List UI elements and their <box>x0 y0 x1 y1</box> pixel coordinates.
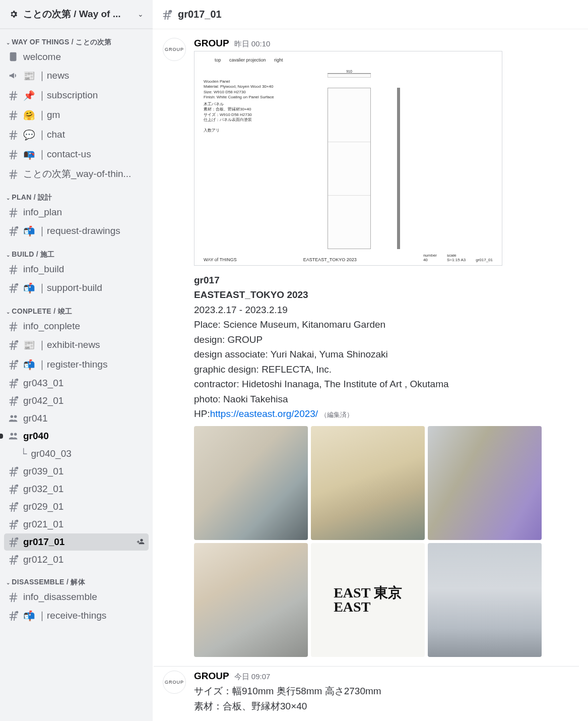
channel-item[interactable]: 📌｜subscription <box>4 86 149 105</box>
hash-lock-icon <box>8 466 21 477</box>
hash-lock-icon <box>8 554 21 565</box>
channel-item[interactable]: 💬｜chat <box>4 125 149 144</box>
channel-category[interactable]: ⌄BUILD / 施工 <box>4 241 149 260</box>
channel-item[interactable]: gr042_01 <box>4 392 149 409</box>
channel-category[interactable]: ⌄CONPLETE / 竣工 <box>4 298 149 317</box>
attachment-image[interactable] <box>311 426 425 540</box>
message-author[interactable]: GROUP <box>194 671 229 682</box>
hash-lock-icon <box>8 610 21 621</box>
channel-emoji: 📬 <box>23 225 35 237</box>
channel-label: register-things <box>47 359 145 370</box>
channel-item[interactable]: welcome <box>4 48 149 66</box>
attachment-image[interactable]: EAST 東京EAST <box>311 543 425 657</box>
channel-emoji: 📌 <box>23 90 35 101</box>
channel-item[interactable]: ことの次第_way-of-thin... <box>4 164 149 184</box>
channel-item[interactable]: gr041 <box>4 410 149 427</box>
add-member-icon[interactable] <box>137 537 145 547</box>
channel-item[interactable]: 📭｜contact-us <box>4 145 149 164</box>
channel-label: ことの次第_way-of-thin... <box>23 167 145 181</box>
channel-label: gr040 <box>23 431 145 442</box>
channel-label: news <box>47 70 145 81</box>
avatar[interactable]: GROUP <box>163 38 186 61</box>
hash-icon <box>8 591 21 603</box>
channel-item[interactable]: info_conplete <box>4 318 149 335</box>
svg-rect-3 <box>16 284 18 286</box>
drawing-spec-jp: 木工パネル 素材：合板、野縁材30×40 サイズ：W910 D58 H2730 … <box>204 102 252 133</box>
avatar[interactable]: GROUP <box>163 671 186 694</box>
channel-label: info_build <box>23 264 145 275</box>
scroll-icon <box>8 51 21 63</box>
channel-label: chat <box>47 129 145 140</box>
hash-lock-icon <box>8 339 21 350</box>
channel-label: support-build <box>47 282 145 293</box>
channel-label: contact-us <box>47 149 145 160</box>
unread-indicator <box>0 434 3 439</box>
channel-label: gr012_01 <box>23 554 145 565</box>
chevron-down-icon: ⌄ <box>138 10 144 18</box>
channel-label: subscription <box>47 90 145 101</box>
hash-lock-icon <box>8 282 21 293</box>
thread-item[interactable]: └gr040_03 <box>4 445 149 462</box>
svg-rect-25 <box>16 612 18 614</box>
channel-item[interactable]: gr039_01 <box>4 463 149 480</box>
svg-rect-5 <box>16 341 18 343</box>
hash-icon <box>8 90 21 101</box>
svg-rect-7 <box>16 361 18 363</box>
message-text: サイズ：幅910mm 奥行58mm 高さ2730mm 素材：合板、野縁材30×4… <box>194 684 579 713</box>
channel-category[interactable]: ⌄DISASSEMBLE / 解体 <box>4 569 149 588</box>
channel-item[interactable]: gr040 <box>4 428 149 445</box>
channel-label: exhibit-news <box>47 339 145 350</box>
channel-label: gm <box>47 109 145 121</box>
megaphone-icon <box>8 70 21 81</box>
channel-item[interactable]: 📬｜receive-things <box>4 606 149 625</box>
channel-item[interactable]: 📬｜request-drawings <box>4 221 149 241</box>
channel-item[interactable]: 📰｜news <box>4 66 149 85</box>
channel-label: info_conplete <box>23 321 145 332</box>
channel-item[interactable]: gr017_01 <box>4 533 149 551</box>
attachment-image[interactable] <box>428 543 542 657</box>
chevron-down-icon: ⌄ <box>6 252 10 258</box>
channel-item[interactable]: gr029_01 <box>4 498 149 515</box>
hash-lock-icon <box>8 378 21 389</box>
channel-title: gr017_01 <box>178 9 222 20</box>
message-timestamp: 今日 09:07 <box>234 672 271 682</box>
channel-item[interactable]: info_build <box>4 261 149 278</box>
channel-item[interactable]: 📰｜exhibit-news <box>4 335 149 354</box>
channel-category[interactable]: ⌄PLAN / 設計 <box>4 184 149 203</box>
attachment-image[interactable] <box>428 426 542 540</box>
channel-item[interactable]: gr021_01 <box>4 516 149 533</box>
main-panel: gr017_01 GROUP GROUP 昨日 00:10 top cavali… <box>153 0 588 721</box>
channel-item[interactable]: gr012_01 <box>4 551 149 568</box>
channel-category[interactable]: ⌄WAY OF THINGS / ことの次第 <box>4 29 149 48</box>
chevron-down-icon: ⌄ <box>6 580 10 585</box>
chevron-down-icon: ⌄ <box>6 40 10 45</box>
message-scroll[interactable]: GROUP GROUP 昨日 00:10 top cavalier projec… <box>153 29 588 721</box>
channel-item[interactable]: gr043_01 <box>4 375 149 392</box>
channel-emoji: 📬 <box>23 610 35 622</box>
channel-item[interactable]: 📬｜register-things <box>4 355 149 374</box>
message-timestamp: 昨日 00:10 <box>234 39 271 49</box>
channel-label: gr017_01 <box>23 536 137 548</box>
hash-icon <box>8 149 21 160</box>
channel-item[interactable]: info_plan <box>4 204 149 221</box>
channel-list: ⌄WAY OF THINGS / ことの次第welcome📰｜news📌｜sub… <box>0 29 153 636</box>
attachment-image[interactable] <box>194 543 308 657</box>
hash-icon <box>8 129 21 140</box>
hash-lock-icon <box>8 536 21 548</box>
channel-item[interactable]: info_disassemble <box>4 588 149 606</box>
channel-item[interactable]: 📬｜support-build <box>4 278 149 297</box>
drawing-spec-en: Wooden Panel Material: Plywood, Noyen Wo… <box>204 79 274 100</box>
message-author[interactable]: GROUP <box>194 38 229 49</box>
channel-label: info_disassemble <box>23 591 145 603</box>
channel-item[interactable]: 🤗｜gm <box>4 105 149 125</box>
message-text: gr017 EASTEAST_TOKYO 2023 2023.2.17 - 20… <box>194 273 579 421</box>
channel-item[interactable]: gr032_01 <box>4 480 149 498</box>
svg-rect-17 <box>16 503 18 505</box>
hash-lock-icon <box>8 225 21 236</box>
attachment-image[interactable] <box>194 426 308 540</box>
drawing-attachment[interactable]: top cavalier projection right Wooden Pan… <box>194 51 502 266</box>
channel-label: request-drawings <box>47 225 145 236</box>
message-divider <box>154 666 579 667</box>
server-header[interactable]: ことの次第 / Way of ... ⌄ <box>0 0 153 29</box>
hp-link[interactable]: https://easteast.org/2023/ <box>210 408 318 419</box>
